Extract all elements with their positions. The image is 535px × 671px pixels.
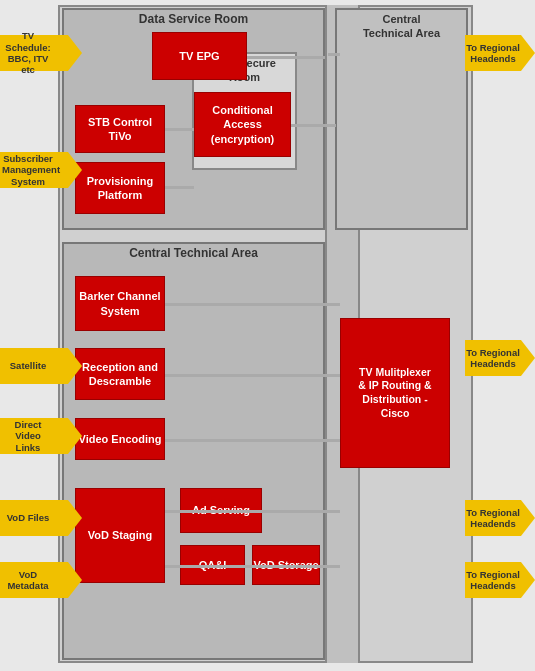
cond-access-right-connector xyxy=(291,124,336,127)
direct-video-arrow: Direct VideoLinks xyxy=(0,418,82,454)
to-regional-4-head xyxy=(521,562,535,598)
reception-box: Reception andDescramble xyxy=(75,348,165,400)
direct-video-label: Direct VideoLinks xyxy=(2,419,54,453)
satellite-label: Satellite xyxy=(2,360,54,371)
to-regional-3-body: To RegionalHeadends xyxy=(465,500,521,536)
to-regional-3-head xyxy=(521,500,535,536)
central-tech-top-label: CentralTechnical Area xyxy=(335,12,468,41)
to-regional-1-head xyxy=(521,35,535,71)
connector-adserving xyxy=(165,510,340,513)
subscriber-mgmt-label: SubscriberManagementSystem xyxy=(2,153,54,187)
central-tech-bottom-label: Central Technical Area xyxy=(62,246,325,260)
provisioning-box: ProvisioningPlatform xyxy=(75,162,165,214)
connector-prov xyxy=(165,186,194,189)
to-regional-2-body: To RegionalHeadends xyxy=(465,340,521,376)
tv-schedule-arrow-head xyxy=(68,35,82,71)
direct-video-arrow-head xyxy=(68,418,82,454)
subscriber-mgmt-arrow-head xyxy=(68,152,82,188)
to-regional-2-arrow: To RegionalHeadends xyxy=(465,340,535,376)
tv-epg-box: TV EPG xyxy=(152,32,247,80)
vod-metadata-label: VoD Metadata xyxy=(2,569,54,592)
central-tech-top-box xyxy=(335,8,468,230)
to-regional-1-arrow: To RegionalHeadends xyxy=(465,35,535,71)
vod-files-arrow: VoD Files xyxy=(0,500,82,536)
connector-reception xyxy=(165,374,340,377)
to-regional-4-arrow: To RegionalHeadends xyxy=(465,562,535,598)
connector-video xyxy=(165,439,340,442)
barker-channel-box: Barker ChannelSystem xyxy=(75,276,165,331)
connector-vod xyxy=(165,565,340,568)
data-service-room-label: Data Service Room xyxy=(62,12,325,26)
to-regional-4-body: To RegionalHeadends xyxy=(465,562,521,598)
connector-barker xyxy=(165,303,340,306)
to-regional-3-arrow: To RegionalHeadends xyxy=(465,500,535,536)
vod-metadata-arrow-head xyxy=(68,562,82,598)
satellite-arrow-head xyxy=(68,348,82,384)
video-encoding-box: Video Encoding xyxy=(75,418,165,460)
epg-right-connector xyxy=(328,53,340,56)
vod-staging-box: VoD Staging xyxy=(75,488,165,583)
tv-schedule-arrow: TV Schedule:BBC, ITV etc xyxy=(0,35,82,71)
conditional-access-box: ConditionalAccess(encryption) xyxy=(194,92,291,157)
stb-control-box: STB ControlTiVo xyxy=(75,105,165,153)
subscriber-mgmt-arrow: SubscriberManagementSystem xyxy=(0,152,82,188)
tv-schedule-label: TV Schedule:BBC, ITV etc xyxy=(2,30,54,76)
connector-stb xyxy=(165,128,194,131)
to-regional-2-head xyxy=(521,340,535,376)
tv-multiplexer-box: TV Mulitplexer& IP Routing &Distribution… xyxy=(340,318,450,468)
vod-files-label: VoD Files xyxy=(2,512,54,523)
to-regional-1-body: To RegionalHeadends xyxy=(465,35,521,71)
satellite-arrow: Satellite xyxy=(0,348,82,384)
connector-epg xyxy=(247,56,325,59)
vod-metadata-arrow: VoD Metadata xyxy=(0,562,82,598)
diagram: Data Service Room CentralTechnical Area … xyxy=(0,0,535,671)
vod-files-arrow-head xyxy=(68,500,82,536)
